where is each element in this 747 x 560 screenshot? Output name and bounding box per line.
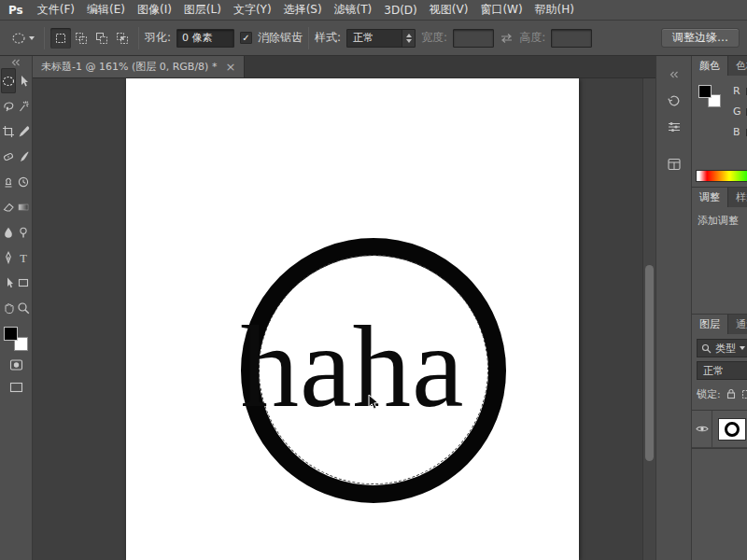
tab-adjustments[interactable]: 调整: [692, 188, 728, 207]
shape-tool[interactable]: [16, 270, 31, 295]
blur-tool[interactable]: [1, 219, 16, 245]
pen-tool[interactable]: [1, 245, 16, 270]
vertical-scrollbar-thumb[interactable]: [645, 265, 654, 461]
hand-tool[interactable]: [1, 295, 16, 320]
healing-brush-tool[interactable]: [1, 144, 16, 169]
intersect-selection-button[interactable]: [112, 28, 133, 49]
chevron-down-icon: [29, 36, 35, 43]
menu-item-select[interactable]: 选择(S): [284, 2, 322, 18]
chevron-down-icon: [740, 346, 745, 353]
tools-panel: T: [0, 56, 33, 560]
tab-channels[interactable]: 通道: [728, 315, 747, 334]
tab-styles[interactable]: 样式: [728, 188, 747, 207]
feather-input[interactable]: [176, 29, 234, 48]
eraser-tool[interactable]: [1, 194, 16, 219]
blur-icon: [2, 226, 15, 239]
screen-mode-icon: [9, 382, 23, 393]
clone-stamp-icon: [2, 175, 15, 189]
new-selection-button[interactable]: [50, 28, 71, 49]
document-tab-title: 未标题-1 @ 161% (图层 0, RGB/8) *: [41, 60, 217, 74]
menu-item-image[interactable]: 图像(I): [137, 2, 172, 18]
menu-item-type[interactable]: 文字(Y): [233, 2, 272, 18]
height-input[interactable]: [551, 29, 592, 48]
expand-panels-button[interactable]: [662, 63, 686, 86]
properties-panel-button[interactable]: [662, 116, 686, 138]
tab-swatches[interactable]: 色板: [728, 56, 747, 76]
healing-brush-icon: [2, 150, 15, 163]
move-icon: [17, 75, 30, 88]
tools-collapse-button[interactable]: [11, 57, 21, 68]
menu-item-3d[interactable]: 3D(D): [384, 4, 416, 17]
dodge-tool[interactable]: [16, 219, 31, 245]
foreground-background-swatches[interactable]: [4, 327, 28, 351]
new-selection-icon: [54, 32, 67, 45]
lock-pixels-icon[interactable]: [741, 389, 747, 399]
style-dropdown[interactable]: 正常: [346, 29, 416, 48]
separator: [138, 27, 139, 49]
menu-item-file[interactable]: 文件(F): [37, 2, 75, 18]
right-panel-dock: 颜色 色板 R G B: [691, 56, 747, 560]
subtract-from-selection-button[interactable]: [92, 28, 112, 49]
layer-row[interactable]: [692, 411, 747, 448]
dropdown-arrows-icon: [402, 30, 415, 47]
ellipse-marquee-tool[interactable]: [1, 68, 16, 93]
tab-layers[interactable]: 图层: [692, 315, 728, 334]
panel-foreground-swatch[interactable]: [698, 85, 712, 98]
layer-filter-dropdown[interactable]: 类型: [697, 339, 747, 357]
refine-edge-button[interactable]: 调整边缘…: [661, 28, 740, 48]
menu-item-window[interactable]: 窗口(W): [480, 2, 522, 18]
style-label: 样式:: [315, 30, 341, 46]
menu-item-layer[interactable]: 图层(L): [184, 2, 221, 18]
crop-tool[interactable]: [1, 119, 16, 144]
magic-wand-icon: [17, 100, 30, 113]
clone-stamp-tool[interactable]: [1, 169, 16, 194]
panel-color-swatches[interactable]: [698, 85, 721, 107]
menu-item-filter[interactable]: 滤镜(T): [334, 2, 373, 18]
width-input[interactable]: [453, 29, 494, 48]
path-select-icon: [2, 276, 15, 289]
canvas-viewport[interactable]: haha: [33, 78, 655, 560]
move-tool[interactable]: [16, 68, 31, 93]
tool-preset-button[interactable]: [7, 29, 38, 48]
tab-color[interactable]: 颜色: [692, 56, 728, 76]
document-tab-bar: 未标题-1 @ 161% (图层 0, RGB/8) * ×: [33, 56, 655, 78]
vertical-scrollbar[interactable]: [642, 78, 655, 560]
path-select-tool[interactable]: [1, 270, 16, 295]
add-to-selection-button[interactable]: [71, 28, 92, 49]
menu-item-view[interactable]: 视图(V): [430, 2, 469, 18]
tab-close-icon[interactable]: ×: [225, 61, 235, 73]
document-tab[interactable]: 未标题-1 @ 161% (图层 0, RGB/8) * ×: [33, 56, 245, 77]
history-brush-tool[interactable]: [16, 169, 31, 194]
foreground-color-swatch[interactable]: [4, 327, 18, 341]
layer-thumbnail[interactable]: [718, 418, 746, 441]
brush-tool[interactable]: [16, 144, 31, 169]
magnifier-icon: [17, 301, 30, 315]
swap-dimensions-icon[interactable]: [500, 33, 514, 44]
blend-mode-dropdown[interactable]: 正常: [697, 361, 747, 380]
quick-mask-button[interactable]: [9, 358, 23, 374]
zoom-tool[interactable]: [16, 295, 31, 320]
color-spectrum-ramp[interactable]: [696, 170, 747, 182]
intersect-selection-icon: [116, 32, 129, 45]
history-icon: [667, 93, 682, 108]
antialias-checkbox[interactable]: ✓: [240, 32, 252, 44]
feather-label: 羽化:: [145, 30, 171, 46]
type-tool[interactable]: T: [16, 245, 31, 270]
menu-item-help[interactable]: 帮助(H): [535, 2, 574, 18]
gradient-tool[interactable]: [16, 194, 31, 219]
document-area: 未标题-1 @ 161% (图层 0, RGB/8) * × haha: [33, 56, 655, 560]
style-dropdown-value: 正常: [353, 31, 374, 45]
green-channel-label: G: [733, 105, 741, 118]
quick-mask-icon: [9, 358, 23, 371]
history-panel-button[interactable]: [662, 90, 686, 112]
menu-item-edit[interactable]: 编辑(E): [87, 2, 125, 18]
lasso-tool[interactable]: [1, 93, 16, 119]
layer-visibility-toggle[interactable]: [692, 411, 712, 447]
menu-bar: Ps 文件(F) 编辑(E) 图像(I) 图层(L) 文字(Y) 选择(S) 滤…: [0, 0, 747, 21]
eyedropper-tool[interactable]: [16, 119, 31, 144]
document-canvas[interactable]: haha: [126, 78, 579, 560]
info-panel-button[interactable]: [662, 153, 686, 175]
screen-mode-button[interactable]: [9, 382, 23, 396]
lock-icon[interactable]: [726, 388, 736, 399]
magic-wand-tool[interactable]: [16, 93, 31, 119]
